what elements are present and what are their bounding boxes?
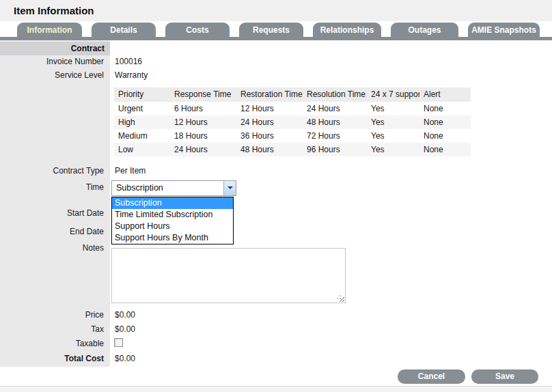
cancel-button[interactable]: Cancel <box>398 369 465 384</box>
sla-cell: None <box>419 115 471 129</box>
invoice-number-label: Invoice Number <box>0 57 104 66</box>
dropdown-option-time-limited-subscription[interactable]: Time Limited Subscription <box>112 209 233 221</box>
tab-bar: Information Details Costs Requests Relat… <box>0 23 552 37</box>
sla-cell: 36 Hours <box>236 129 303 143</box>
sla-cell: Yes <box>367 115 419 129</box>
table-row: Urgent 6 Hours 12 Hours 24 Hours Yes Non… <box>114 102 471 115</box>
contract-type-value: Per Item <box>115 166 146 176</box>
sla-cell: High <box>114 115 170 129</box>
sla-cell: 12 Hours <box>170 115 236 129</box>
total-cost-label: Total Cost <box>0 354 104 363</box>
tax-label: Tax <box>0 324 104 334</box>
sla-cell: Yes <box>367 143 419 156</box>
time-select[interactable]: Subscription <box>111 180 236 196</box>
tab-requests[interactable]: Requests <box>239 23 303 37</box>
invoice-number-value: 100016 <box>115 57 142 66</box>
save-button[interactable]: Save <box>471 369 538 384</box>
sla-cell: None <box>419 102 471 115</box>
sla-cell: 96 Hours <box>303 143 367 156</box>
window-bottom-band <box>0 387 552 392</box>
tab-relationships[interactable]: Relationships <box>313 23 381 37</box>
sla-cell: 18 Hours <box>170 129 236 143</box>
resize-grip-icon[interactable] <box>340 298 341 299</box>
sla-cell: None <box>419 143 471 156</box>
sla-cell: 24 Hours <box>303 102 367 115</box>
sla-cell: Urgent <box>114 102 170 115</box>
time-label: Time <box>0 182 104 192</box>
sla-header-row: Priority Response Time Restoration Time … <box>114 87 471 102</box>
tab-information[interactable]: Information <box>17 23 82 37</box>
contract-type-label: Contract Type <box>0 166 104 176</box>
time-select-value: Subscription <box>116 183 163 193</box>
title-bar: Item Information <box>0 0 552 21</box>
dropdown-option-support-hours-by-month[interactable]: Support Hours By Month <box>112 232 233 244</box>
table-row: Low 24 Hours 48 Hours 96 Hours Yes None <box>114 143 471 156</box>
sla-cell: 24 Hours <box>170 143 236 156</box>
price-value: $0.00 <box>115 310 135 320</box>
sla-cell: Low <box>114 143 170 156</box>
notes-textarea[interactable] <box>111 248 346 303</box>
sla-header-response: Response Time <box>170 87 236 102</box>
sla-cell: Yes <box>367 102 419 115</box>
sla-cell: 48 Hours <box>236 143 303 156</box>
start-date-label: Start Date <box>0 208 104 218</box>
tab-details[interactable]: Details <box>92 23 156 37</box>
notes-label: Notes <box>0 243 104 253</box>
sla-cell: 24 Hours <box>236 115 303 129</box>
dropdown-option-support-hours[interactable]: Support Hours <box>112 221 233 232</box>
tab-amie-snapshots[interactable]: AMIE Snapshots <box>468 23 540 37</box>
dropdown-option-subscription[interactable]: Subscription <box>112 197 233 209</box>
sla-header-alert: Alert <box>419 87 471 102</box>
total-cost-value: $0.00 <box>115 354 135 363</box>
sla-header-priority: Priority <box>114 87 170 102</box>
item-information-window: Item Information Information Details Cos… <box>0 0 552 392</box>
service-level-value: Warranty <box>115 70 148 80</box>
tab-costs[interactable]: Costs <box>165 23 230 37</box>
sla-cell: None <box>419 129 471 143</box>
end-date-label: End Date <box>0 227 104 236</box>
sla-header-support: 24 x 7 support <box>367 87 419 102</box>
sla-header-resolution: Resolution Time <box>303 87 367 102</box>
table-row: Medium 18 Hours 36 Hours 72 Hours Yes No… <box>114 129 471 143</box>
table-row: High 12 Hours 24 Hours 48 Hours Yes None <box>114 115 471 129</box>
sla-header-restoration: Restoration Time <box>236 87 303 102</box>
page-title: Item Information <box>14 5 94 16</box>
chevron-down-icon[interactable] <box>223 181 236 195</box>
sla-cell: Medium <box>114 129 170 143</box>
contract-section-label: Contract <box>0 42 105 55</box>
price-label: Price <box>0 310 104 320</box>
taxable-label: Taxable <box>0 339 104 348</box>
sla-cell: 48 Hours <box>303 115 367 129</box>
sla-cell: 72 Hours <box>303 129 367 143</box>
sla-table: Priority Response Time Restoration Time … <box>114 87 471 156</box>
time-dropdown-list: Subscription Time Limited Subscription S… <box>111 197 234 244</box>
sla-cell: 6 Hours <box>170 102 236 115</box>
sla-cell: 12 Hours <box>236 102 303 115</box>
contract-section-header: Contract <box>0 42 110 55</box>
tax-value: $0.00 <box>115 324 135 334</box>
taxable-checkbox[interactable] <box>114 338 123 347</box>
service-level-label: Service Level <box>0 70 104 80</box>
tab-outages[interactable]: Outages <box>391 23 458 37</box>
sla-cell: Yes <box>367 129 419 143</box>
